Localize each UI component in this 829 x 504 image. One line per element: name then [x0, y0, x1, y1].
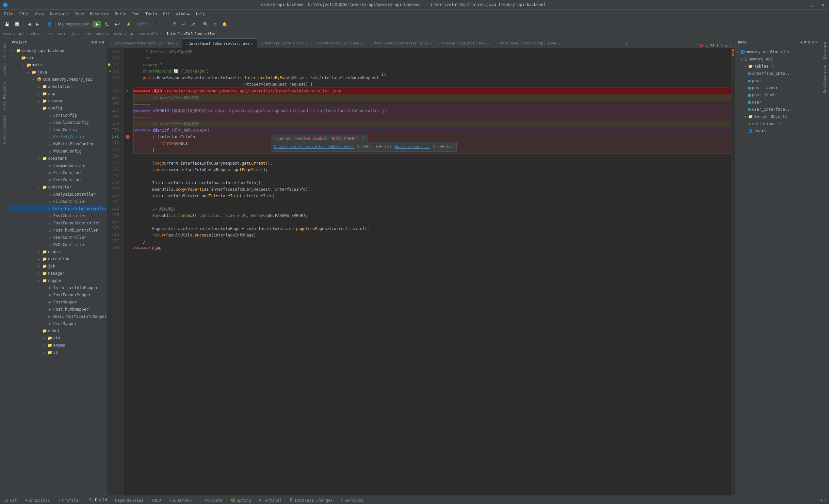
db-filter-icon[interactable]: ⊡	[808, 40, 810, 44]
toolbar-back[interactable]: ◀	[26, 21, 33, 28]
menu-build[interactable]: Build	[112, 11, 129, 17]
tab-close-5[interactable]: ✕	[487, 41, 489, 46]
menu-window[interactable]: Window	[174, 11, 193, 17]
toolbar-save[interactable]: 💾	[3, 21, 11, 28]
tab-close-3[interactable]: ✕	[361, 41, 363, 46]
tree-cos-config[interactable]: ▸ ☕ CosClientConfig	[9, 119, 107, 126]
db-table-post-thumb[interactable]: ▦ post_thumb	[735, 92, 820, 99]
error-more-icon[interactable]: ⋮	[362, 135, 365, 142]
tab-pull-requests[interactable]: Pull Requests	[1, 79, 8, 112]
db-table-user-iface[interactable]: ▦ user_interface...	[735, 106, 820, 113]
window-controls[interactable]: 🔷	[3, 2, 8, 7]
tree-controller[interactable]: ▾ 📁 controller	[9, 184, 107, 191]
tab-active[interactable]: ☕ InterfaceInfoController.java ✕	[182, 39, 257, 48]
tree-postfavour-ctrl[interactable]: ▸ ☕ PostFavourController	[9, 219, 107, 227]
breadcrumb-file[interactable]: InterfaceInfoController	[166, 32, 216, 36]
more-actions-link[interactable]: More actions...	[395, 143, 430, 150]
tree-common[interactable]: ▸ 📁 common	[9, 97, 107, 105]
menu-navigate[interactable]: Navigate	[47, 11, 72, 17]
breadcrumb-main[interactable]: main	[58, 32, 66, 36]
db-collations[interactable]: ◈ collations 222	[735, 120, 820, 128]
breadcrumb-src[interactable]: src	[46, 32, 53, 36]
maximize-button[interactable]: □	[809, 2, 816, 7]
tree-com[interactable]: ▾ 📦 com.memory.memory_api	[9, 76, 107, 83]
tree-json-config[interactable]: ▸ ☕ JsonConfig	[9, 126, 107, 133]
project-toolbar-icon4[interactable]: ⊠	[102, 40, 104, 44]
create-local-action[interactable]: Create local variable '抽取公共服务'	[274, 143, 354, 150]
menu-refactor[interactable]: Refactor	[87, 11, 111, 17]
tab-toolbar-icon1[interactable]: ⊞	[725, 44, 728, 48]
toolbar-config-dropdown[interactable]: MainApplication ▾	[55, 21, 92, 28]
tree-interface-ctrl[interactable]: ▸ ☕ InterfaceInfoController	[9, 205, 107, 212]
tree-root[interactable]: ▾ 📁 memory-api-backend	[9, 47, 107, 54]
tree-enums[interactable]: ▸ 📁 enums	[9, 341, 107, 349]
git-rollback[interactable]: ↩	[180, 21, 187, 28]
db-refresh-icon[interactable]: ⟳	[804, 40, 807, 44]
db-table-user[interactable]: ▦ user	[735, 99, 820, 106]
tab-close-active[interactable]: ✕	[251, 41, 253, 46]
db-table-post-favour[interactable]: ▦ post_favour	[735, 84, 820, 92]
tree-esdao[interactable]: ▸ 📁 esdao	[9, 248, 107, 255]
project-toolbar-icon1[interactable]: ⊟	[92, 40, 94, 44]
db-settings-icon[interactable]: ⚙	[812, 40, 814, 44]
tree-mapper[interactable]: ▾ 📁 mapper	[9, 277, 107, 284]
db-table-interface[interactable]: ▦ interface_inte...	[735, 70, 820, 77]
tab-project[interactable]: Project	[1, 39, 8, 60]
db-memory-api[interactable]: ▾ 🗄 memory_api	[735, 56, 820, 63]
tab-memory-client[interactable]: ⬡ MemoryClient.class ✕	[257, 39, 312, 48]
tab-postfavour-ctrl[interactable]: ☕ PostFavourController.java ✕	[367, 39, 436, 48]
bottom-tab-todo[interactable]: TODO	[148, 496, 165, 504]
breadcrumb-memory-api[interactable]: memory_api	[113, 32, 135, 36]
tree-cors-config[interactable]: ▸ ☕ CorsConfig	[9, 112, 107, 119]
tree-knife-config[interactable]: ▸ ☕ Knife4jConfig	[9, 133, 107, 140]
bottom-tab-terminal[interactable]: ⊞ Terminal	[255, 496, 286, 504]
tree-exception[interactable]: ▸ 📁 exception	[9, 255, 107, 263]
tab-database[interactable]: Database	[821, 39, 828, 62]
git-branches[interactable]: ⎇	[188, 21, 197, 28]
tree-manager[interactable]: ▸ 📁 manager	[9, 270, 107, 277]
tab-notifications[interactable]: Notifications	[1, 113, 8, 146]
db-tables-folder[interactable]: ▾ 📁 tables 6	[735, 63, 820, 70]
tree-user-mapper[interactable]: ▸ ◈ UserMapper	[9, 320, 107, 327]
tree-postthumb-ctrl[interactable]: ▸ ☕ PostThumbController	[9, 227, 107, 234]
toolbar-user[interactable]: 👤	[45, 21, 54, 28]
run-button[interactable]: ▶	[93, 21, 101, 28]
scroll-markers[interactable]	[731, 48, 735, 496]
search-everywhere[interactable]: 🔍	[201, 21, 210, 28]
tree-constant[interactable]: ▾ 📁 constant	[9, 155, 107, 162]
tree-common-const[interactable]: ▸ ● CommonConstant	[9, 162, 107, 169]
tab-close-2[interactable]: ✕	[305, 41, 308, 46]
breadcrumb-memory[interactable]: memory	[96, 32, 109, 36]
tab-post-ctrl[interactable]: ☕ PostController.java ✕	[312, 39, 367, 48]
close-button[interactable]: ✕	[820, 2, 826, 7]
menu-view[interactable]: View	[32, 11, 47, 17]
breadcrumb-controller[interactable]: controller	[140, 32, 161, 36]
tab-close-4[interactable]: ✕	[429, 41, 432, 46]
tab-interface-info-controller[interactable]: ☕ InterfaceInfoController.java ✕	[107, 39, 182, 48]
tree-dto[interactable]: ▸ 📁 dto	[9, 334, 107, 341]
db-connection[interactable]: ▾ 🌐 memory_api@localho...	[735, 48, 820, 56]
db-close-icon[interactable]: ✕	[815, 40, 817, 44]
tree-user-ctrl[interactable]: ▸ ☕ UserController	[9, 234, 107, 241]
tree-model[interactable]: ▾ 📁 model	[9, 327, 107, 334]
coverage-button[interactable]: ▶✓	[113, 21, 123, 28]
breadcrumb-project[interactable]: memory-api-backend	[3, 32, 41, 36]
tree-useriface-mapper[interactable]: ▸ ◈ UserInterfaceInfoMapper	[9, 313, 107, 320]
menu-git[interactable]: Git	[160, 11, 173, 17]
tree-aop[interactable]: ▸ 📁 aop	[9, 90, 107, 97]
bottom-tab-problems[interactable]: ⚠ Problems	[196, 496, 227, 504]
menu-tools[interactable]: Tools	[143, 11, 160, 17]
db-server-objects[interactable]: ▾ 📁 Server Objects	[735, 113, 820, 120]
tree-job[interactable]: ▸ 📁 job	[9, 263, 107, 270]
menu-run[interactable]: Run	[130, 11, 142, 17]
tree-postfavour-mapper[interactable]: ▸ ◈ PostFavourMapper	[9, 291, 107, 298]
tab-postfavourservice-impl[interactable]: ☕ PostFavourServiceImpl.java ✕	[493, 39, 564, 48]
git-push[interactable]: ↑	[156, 21, 163, 28]
notifications-button[interactable]: 🔔	[220, 21, 229, 28]
window-buttons[interactable]: ─ □ ✕	[799, 2, 826, 7]
project-toolbar-icon2[interactable]: ≡	[95, 40, 97, 44]
tree-main[interactable]: ▾ 📂 main	[9, 62, 107, 69]
code-editor[interactable]: * @return 接口信息列表 */ memory * @PostMappin…	[131, 48, 731, 496]
bottom-tab-profiler[interactable]: ⚡ Profiler	[54, 496, 85, 504]
bottom-close-icon[interactable]: ✕	[824, 498, 826, 503]
